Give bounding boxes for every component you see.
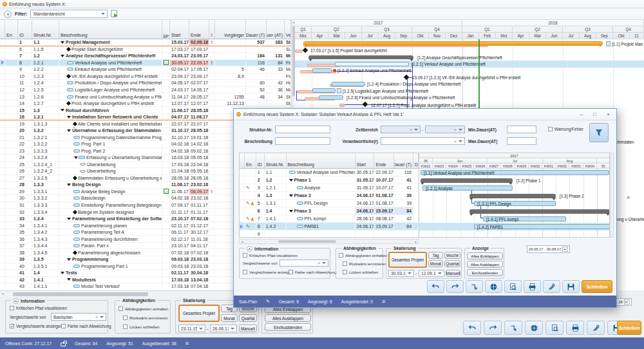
show-hide-button[interactable]: Ein/Ausblenden: [467, 269, 503, 276]
table-row[interactable]: 14 1.2.7 Prod. Analyse durchgeführt u Pf…: [0, 100, 291, 108]
description-cell[interactable]: Logistik/Lager Analyse und Pflichtenheft: [59, 87, 162, 93]
description-cell[interactable]: Einstellung/ Parametierung Belegdesign: [59, 202, 162, 209]
undo-button[interactable]: [463, 321, 481, 335]
critical-path-checkbox[interactable]: Kritischen Pfad visualisieren: [243, 253, 298, 258]
link-tasks-button[interactable]: [504, 321, 522, 335]
scroll-left-arrow[interactable]: ◄: [1, 292, 4, 296]
row-selector[interactable]: [0, 243, 5, 249]
collapse-panel-button[interactable]: [247, 246, 252, 252]
whole-project-button[interactable]: Gesamtes Projekt: [178, 305, 220, 322]
row-selector[interactable]: [240, 215, 245, 222]
critical-path-checkbox[interactable]: Kritischen Pfad visualisieren: [10, 306, 67, 310]
description-cell[interactable]: Modul Test Verkauf: [59, 283, 162, 290]
row-selector[interactable]: [0, 249, 5, 256]
column-header[interactable]: Ende: [374, 153, 394, 168]
keep-dependencies-checkbox[interactable]: Abhängigkeiten einhalten: [339, 253, 387, 258]
row-selector[interactable]: [240, 192, 245, 199]
row-selector[interactable]: [0, 100, 5, 107]
whole-project-button[interactable]: Gesamtes Projekt: [388, 252, 427, 268]
expand-all-button[interactable]: Alles Ausklappen: [467, 261, 503, 268]
scale-to-date[interactable]: 26.06.17: [210, 325, 237, 332]
gantt-item[interactable]: [337, 88, 341, 93]
week-scale-button[interactable]: Woche: [444, 252, 460, 259]
warning-error-checkbox[interactable]: Warnung/Fehler: [548, 127, 583, 131]
description-cell[interactable]: Phase 2: [287, 192, 355, 199]
gantt-item[interactable]: 23.09.17 [1.2.3] VK /EK Analyse durchgef…: [412, 75, 520, 80]
description-cell[interactable]: Prog. Part 1: [59, 141, 162, 147]
column-header[interactable]: Err.: [5, 20, 18, 39]
description-cell[interactable]: Parametrierung und Einstellung der Softw…: [59, 216, 162, 222]
dialog-gantt-scrollbar[interactable]: [610, 153, 614, 238]
apply-range-icon[interactable]: ↵: [562, 247, 568, 252]
row-selector[interactable]: [0, 114, 5, 120]
scale-from-date[interactable]: 30.03.16: [388, 270, 414, 277]
row-selector[interactable]: [0, 168, 5, 174]
gantt-item[interactable]: [469, 194, 556, 198]
row-selector[interactable]: [0, 222, 5, 229]
settings-button[interactable]: [587, 321, 605, 335]
row-selector[interactable]: [0, 46, 5, 53]
apply-filter-button[interactable]: [589, 123, 609, 142]
row-selector[interactable]: [0, 141, 5, 147]
description-cell[interactable]: Übernahme u Erfassung der Stammdaten: [59, 127, 162, 134]
description-cell[interactable]: Stammdaten Erfassung u Überarbeitung abg…: [59, 175, 162, 182]
manual-scale-button[interactable]: Manuell: [239, 325, 257, 332]
row-selector[interactable]: [0, 107, 5, 113]
description-cell[interactable]: PARB1: [287, 223, 355, 230]
row-selector[interactable]: [0, 127, 5, 134]
gantt-item[interactable]: [1.2.5] Logistik/Lager Analyse und Pflic…: [343, 89, 428, 93]
structure-number-input[interactable]: [275, 126, 330, 133]
row-selector[interactable]: [0, 256, 5, 263]
baseline-select[interactable]: Basisplan×: [51, 313, 106, 321]
gantt-item[interactable]: [1.2.1] Verkauf Analyse und Pflichtenhef…: [412, 62, 486, 66]
gantt-item[interactable]: mmdaten: [617, 140, 634, 144]
minimize-button[interactable]: –: [576, 110, 587, 118]
description-cell[interactable]: Programmierung Part 1: [59, 263, 162, 270]
description-cell[interactable]: Überarbeitung: [59, 162, 162, 168]
row-selector[interactable]: [0, 270, 5, 276]
column-header[interactable]: Err.: [245, 153, 256, 168]
table-row[interactable]: 13 1.2.6 Finanz und Lohnbuchhaltung Anal…: [0, 93, 291, 100]
table-row[interactable]: 6 1.1.5 Projekt Start durchgeführt 17.03…: [0, 46, 291, 53]
row-selector[interactable]: [240, 169, 245, 176]
table-row[interactable]: 10 1.2.3 VK /EK Analyse durchgeführt u P…: [0, 73, 291, 80]
column-header[interactable]: [240, 153, 245, 168]
row-selector[interactable]: [0, 53, 5, 59]
show-hide-button[interactable]: Ein/Ausblenden: [265, 323, 311, 331]
gantt-item[interactable]: [333, 69, 336, 72]
row-selector[interactable]: [0, 39, 5, 46]
gantt-item[interactable]: [312, 88, 336, 93]
row-selector[interactable]: [0, 277, 5, 283]
close-window-button[interactable]: ×: [603, 110, 614, 118]
description-cell[interactable]: Analyse Geschäftsprozesse/ Pflichtenheft: [59, 53, 162, 59]
scrollbar-thumb[interactable]: [278, 240, 336, 243]
table-row[interactable]: 8 1.2.1 Verkauf Analyse und Pflichtenhef…: [0, 60, 291, 67]
description-cell[interactable]: Prod. Analyse durchgeführt u PflH erstel…: [59, 100, 162, 107]
description-cell[interactable]: Projekt Management: [59, 39, 162, 46]
table-row[interactable]: ✎ 8 1.4.2 PARB1 24.06.17 15.09.17 84: [240, 223, 419, 231]
row-selector[interactable]: [0, 93, 5, 100]
description-cell[interactable]: Parametrierung planen: [59, 222, 162, 229]
baseline-select[interactable]: ×: [279, 259, 328, 267]
row-selector[interactable]: [0, 134, 5, 140]
gantt-item[interactable]: [404, 75, 409, 80]
time-range-from-select[interactable]: ×: [381, 126, 421, 133]
gantt-item[interactable]: [1.2] Analyse Geschäftsprozesse/ Pflicht…: [417, 55, 502, 60]
table-row[interactable]: ✎ 3 1.2.1 Analyse 31.05.17 10.07.17 41: [240, 184, 419, 192]
description-cell[interactable]: Verkauf Analyse und Pflichtenheft: [287, 169, 355, 176]
max-duration-input[interactable]: [507, 137, 536, 145]
row-selector[interactable]: [240, 223, 245, 230]
collapse-panel-button[interactable]: [13, 298, 19, 304]
backward-schedule-checkbox[interactable]: Rückwärts terminieren: [123, 316, 168, 320]
description-cell[interactable]: Beleg Design: [59, 182, 162, 188]
column-header[interactable]: Start: [170, 20, 189, 39]
table-row[interactable]: 2 1.2 Phase 1 31.05.17 10.07.17 41: [240, 176, 419, 184]
row-selector[interactable]: [240, 184, 245, 191]
apply-range-icon[interactable]: ↵: [624, 299, 630, 305]
gantt-item[interactable]: [303, 48, 308, 53]
description-cell[interactable]: Finanz und Lohnbuchhaltung Analyse u Pfl…: [59, 93, 162, 100]
close-gaps-checkbox[interactable]: Lücken schließen: [123, 325, 160, 329]
table-row[interactable]: 6 1.4 Phase 3 24.06.17 15.09.17 84: [240, 207, 419, 215]
description-cell[interactable]: [287, 231, 355, 238]
gantt-item[interactable]: [295, 50, 303, 53]
